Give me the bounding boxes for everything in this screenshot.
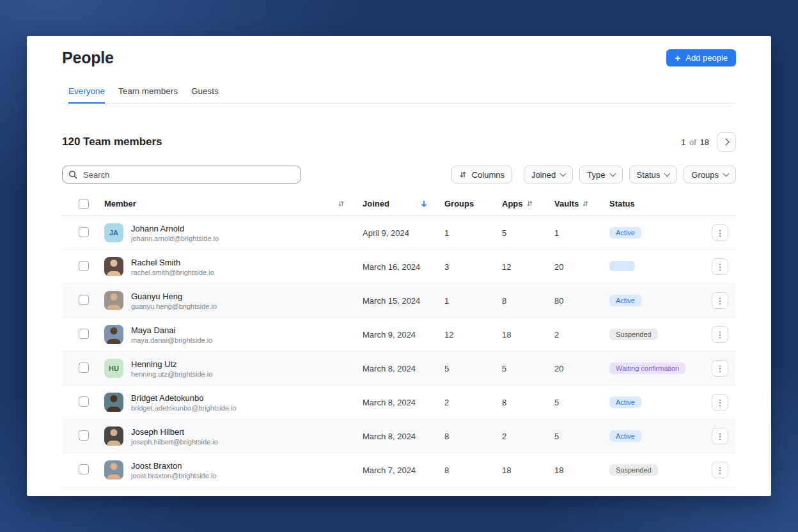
filter-status-dropdown[interactable]: Status xyxy=(629,166,678,184)
row-checkbox[interactable] xyxy=(79,295,89,305)
filter-type-dropdown[interactable]: Type xyxy=(579,166,622,184)
member-email: guanyu.heng@brightside.io xyxy=(131,302,217,310)
search-wrap xyxy=(62,166,301,184)
sort-both-icon xyxy=(338,200,345,207)
checkbox-cell xyxy=(62,363,98,375)
search-input[interactable] xyxy=(62,166,301,184)
chevron-down-icon xyxy=(609,170,616,176)
groups-count: 12 xyxy=(435,330,493,340)
apps-count: 5 xyxy=(493,228,544,238)
row-checkbox[interactable] xyxy=(79,261,89,271)
row-actions-button[interactable]: ⋮ xyxy=(712,462,728,478)
row-checkbox[interactable] xyxy=(79,227,89,237)
header-member[interactable]: Member xyxy=(98,199,352,208)
apps-count: 8 xyxy=(493,296,544,306)
kebab-icon: ⋮ xyxy=(716,331,724,339)
checkbox-cell xyxy=(62,464,98,476)
checkbox-cell xyxy=(62,261,98,273)
tab-guests[interactable]: Guests xyxy=(191,86,219,103)
actions-cell: ⋮ xyxy=(701,292,736,309)
search-icon xyxy=(68,170,77,179)
filter-groups-label: Groups xyxy=(691,170,719,180)
header-vaults-label: Vaults xyxy=(554,199,579,208)
header-status: Status xyxy=(602,199,701,208)
table-row: Joseph Hilbertjoseph.hilbert@brightside.… xyxy=(62,419,736,453)
kebab-icon: ⋮ xyxy=(716,263,724,271)
table-row: Maya Danaimaya.danai@brightside.io March… xyxy=(62,318,736,352)
select-all-checkbox[interactable] xyxy=(79,199,89,209)
next-page-button[interactable] xyxy=(717,132,736,152)
vaults-count: 20 xyxy=(544,262,602,272)
joined-date: March 9, 2024 xyxy=(352,330,435,340)
member-email: joost.braxton@brightside.io xyxy=(131,472,216,480)
tab-team-members[interactable]: Team members xyxy=(118,86,178,103)
row-actions-button[interactable]: ⋮ xyxy=(712,224,728,241)
member-email: johann.arnold@brightside.io xyxy=(131,235,219,242)
member-cell: HU Henning Utzhenning.utz@brightside.io xyxy=(98,359,352,378)
checkbox-cell xyxy=(62,430,98,442)
status-cell: Waiting confirmation xyxy=(602,363,701,374)
apps-count: 8 xyxy=(493,398,544,407)
table-row: Joost Braxtonjoost.braxton@brightside.io… xyxy=(62,453,736,487)
member-name: Henning Utz xyxy=(131,359,212,369)
sort-both-icon xyxy=(582,200,589,207)
filter-groups-dropdown[interactable]: Groups xyxy=(684,166,736,184)
row-checkbox[interactable] xyxy=(79,363,89,373)
chevron-down-icon xyxy=(664,170,671,176)
row-actions-button[interactable]: ⋮ xyxy=(712,326,728,343)
row-checkbox[interactable] xyxy=(79,464,89,474)
status-cell xyxy=(602,261,701,273)
row-actions-button[interactable]: ⋮ xyxy=(712,428,728,444)
status-badge: Active xyxy=(609,227,641,239)
header-groups: Groups xyxy=(435,199,493,208)
tab-everyone[interactable]: Everyone xyxy=(68,86,105,104)
add-people-button[interactable]: + Add people xyxy=(666,49,736,66)
apps-count: 12 xyxy=(493,262,544,272)
row-checkbox[interactable] xyxy=(79,430,89,441)
groups-count: 8 xyxy=(435,432,493,441)
member-name: Bridget Adetokunbo xyxy=(131,393,237,403)
joined-date: March 16, 2024 xyxy=(352,262,435,272)
kebab-icon: ⋮ xyxy=(716,297,724,305)
table-row: Bridget Adetokunbobridget.adetokunbo@bri… xyxy=(62,386,736,419)
status-cell: Active xyxy=(602,295,701,306)
row-checkbox[interactable] xyxy=(79,329,89,339)
row-actions-button[interactable]: ⋮ xyxy=(712,394,728,411)
vaults-count: 80 xyxy=(544,296,602,306)
status-cell: Active xyxy=(602,430,701,442)
columns-button[interactable]: Columns xyxy=(451,166,512,184)
pagination: 1 of 18 xyxy=(681,132,736,152)
header-apps[interactable]: Apps xyxy=(493,199,544,208)
filter-joined-label: Joined xyxy=(531,170,556,180)
row-actions-button[interactable]: ⋮ xyxy=(712,360,728,377)
status-cell: Active xyxy=(602,227,701,239)
tab-bar: Everyone Team members Guests xyxy=(62,86,736,104)
plus-icon: + xyxy=(675,54,680,62)
joined-date: March 8, 2024 xyxy=(352,398,435,407)
row-actions-button[interactable]: ⋮ xyxy=(712,292,728,309)
member-cell: Joost Braxtonjoost.braxton@brightside.io xyxy=(98,460,352,480)
member-cell: Joseph Hilbertjoseph.hilbert@brightside.… xyxy=(98,426,352,446)
status-badge: Suspended xyxy=(609,464,658,476)
table-row: Rachel Smithrachel.smith@brightside.io M… xyxy=(62,250,736,284)
actions-cell: ⋮ xyxy=(701,428,736,444)
member-cell: Rachel Smithrachel.smith@brightside.io xyxy=(98,257,352,276)
member-name: Johann Arnold xyxy=(131,224,219,233)
avatar: HU xyxy=(104,359,123,378)
kebab-icon: ⋮ xyxy=(716,398,724,407)
table-row: Guanyu Hengguanyu.heng@brightside.io Mar… xyxy=(62,284,736,318)
status-badge: Active xyxy=(609,396,641,408)
avatar xyxy=(104,325,123,344)
joined-date: March 8, 2024 xyxy=(352,432,435,441)
row-checkbox[interactable] xyxy=(79,396,89,407)
sort-icon xyxy=(459,171,467,178)
filter-type-label: Type xyxy=(587,170,605,180)
member-cell: Guanyu Hengguanyu.heng@brightside.io xyxy=(98,291,352,310)
vaults-count: 5 xyxy=(544,432,602,441)
page-header: People + Add people xyxy=(62,36,736,67)
row-actions-button[interactable]: ⋮ xyxy=(712,258,728,275)
header-vaults[interactable]: Vaults xyxy=(544,199,602,208)
actions-cell: ⋮ xyxy=(701,360,736,377)
filter-joined-dropdown[interactable]: Joined xyxy=(524,166,573,184)
header-joined[interactable]: Joined xyxy=(352,199,435,208)
